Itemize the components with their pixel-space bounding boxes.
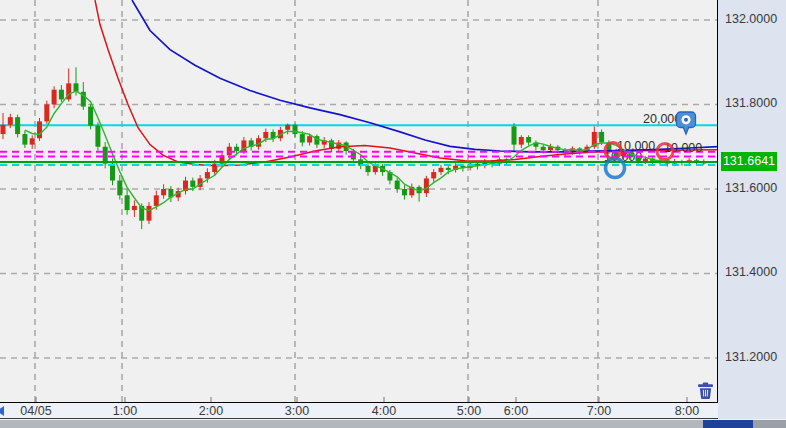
price-axis[interactable]: 131.6641 132.0000131.8000131.6000131.400…	[717, 0, 786, 419]
candle	[154, 195, 159, 206]
order-size-label[interactable]: 10,000	[617, 139, 655, 153]
time-tick-label: 2:00	[199, 404, 223, 418]
candle	[1, 125, 6, 134]
candle	[95, 126, 100, 147]
price-tick-label: 131.4000	[725, 265, 777, 279]
candle	[234, 147, 239, 151]
order-size-label[interactable]: 10,000	[664, 141, 702, 155]
window-bottom-edge	[0, 419, 786, 428]
chart-plot-area[interactable]: 10,00020,00010,00010,000	[0, 0, 718, 402]
candle	[161, 189, 166, 195]
candle	[446, 168, 451, 170]
candle	[431, 172, 436, 178]
candle	[307, 136, 312, 142]
time-tick-label: 4:00	[372, 404, 396, 418]
candle	[205, 172, 210, 178]
price-tick-label: 131.2000	[725, 350, 777, 364]
pin-order-marker-icon[interactable]	[677, 112, 696, 134]
time-tick-label: 1:00	[113, 404, 137, 418]
candle	[22, 134, 27, 145]
candle	[110, 164, 115, 181]
candle	[37, 121, 42, 138]
candle	[8, 117, 13, 125]
candle	[15, 117, 20, 134]
current-price-badge: 131.6641	[721, 152, 777, 171]
candle	[132, 206, 137, 210]
time-axis[interactable]: 04/051:002:003:004:005:006:007:008:00	[0, 402, 718, 419]
candle	[263, 132, 268, 138]
candle	[125, 195, 130, 210]
order-size-label[interactable]: 20,000	[643, 112, 681, 126]
time-tick-label: 04/05	[20, 404, 51, 418]
candle	[30, 138, 35, 144]
grid-horizontal-lines	[0, 20, 718, 358]
candle	[117, 181, 122, 196]
candle	[147, 206, 152, 221]
ma-blue-line	[132, 0, 718, 152]
candle	[512, 126, 517, 144]
candle	[300, 134, 305, 142]
price-chart-svg[interactable]: 10,00020,00010,00010,000	[0, 0, 718, 402]
candle	[439, 168, 444, 172]
candle	[519, 137, 524, 145]
time-tick-label: 3:00	[285, 404, 309, 418]
candle	[636, 157, 641, 161]
price-tick-label: 131.8000	[725, 96, 777, 110]
scroll-left-icon[interactable]	[0, 406, 4, 416]
candle	[526, 137, 531, 142]
candle	[395, 181, 400, 189]
ma-blue-line	[132, 0, 718, 152]
candle	[59, 90, 64, 100]
candle	[599, 132, 604, 143]
candles-layer	[1, 67, 707, 229]
grid-vertical-lines	[35, 0, 598, 402]
candle	[190, 181, 195, 187]
price-tick-label: 132.0000	[725, 12, 777, 26]
candle	[285, 125, 290, 130]
trading-chart-window: 10,00020,00010,00010,000 131.6641 132.00…	[0, 0, 786, 428]
time-tick-label: 8:00	[675, 404, 699, 418]
price-tick-label: 131.6000	[725, 181, 777, 195]
time-tick-label: 7:00	[587, 404, 611, 418]
window-edge-right	[753, 420, 786, 428]
trash-icon[interactable]	[697, 382, 714, 399]
taskbar-fragment	[703, 420, 753, 428]
candle	[88, 107, 93, 126]
candle	[402, 189, 407, 195]
time-tick-label: 6:00	[504, 404, 528, 418]
candle	[366, 166, 371, 172]
candle	[424, 178, 429, 193]
candle	[44, 104, 49, 121]
candle	[52, 90, 57, 105]
candle	[541, 147, 546, 150]
time-tick-label: 5:00	[457, 404, 481, 418]
